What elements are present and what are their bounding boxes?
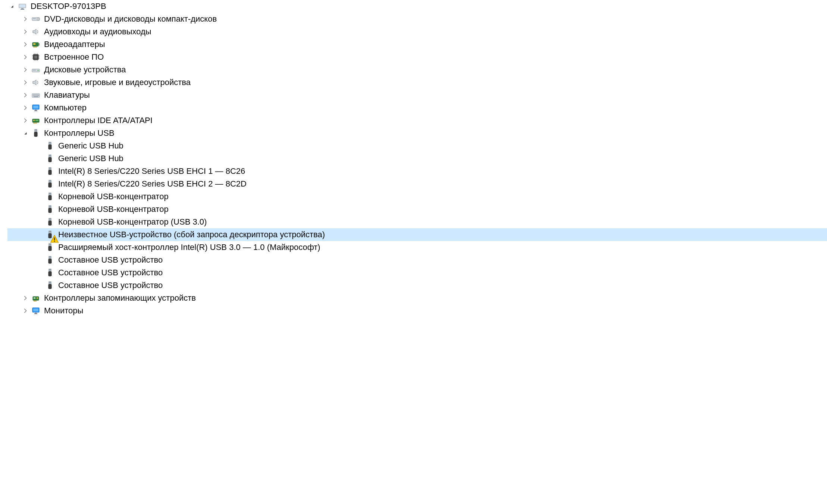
- tree-device[interactable]: Intel(R) 8 Series/C220 Series USB EHCI 1…: [7, 165, 827, 178]
- tree-item-label: Встроенное ПО: [44, 51, 104, 63]
- tree-root[interactable]: DESKTOP-97013PB: [7, 0, 827, 13]
- tree-device[interactable]: Корневой USB-концентратор: [7, 203, 827, 216]
- tree-category[interactable]: Мониторы: [7, 304, 827, 317]
- speaker-icon: [31, 26, 41, 37]
- tree-item-label: Составное USB устройство: [58, 279, 163, 292]
- tree-device[interactable]: Составное USB устройство: [7, 266, 827, 279]
- tree-item-label: Generic USB Hub: [58, 152, 123, 165]
- usb-icon: [45, 217, 55, 227]
- chevron-right-icon[interactable]: [21, 40, 30, 49]
- chevron-right-icon[interactable]: [21, 306, 30, 315]
- tree-category[interactable]: Аудиовходы и аудиовыходы: [7, 25, 827, 38]
- usb-icon: [45, 153, 55, 164]
- tree-device[interactable]: Intel(R) 8 Series/C220 Series USB EHCI 2…: [7, 178, 827, 190]
- tree-item-label: Generic USB Hub: [58, 140, 123, 152]
- display-adapter-icon: [31, 39, 41, 50]
- storage-controller-icon: [31, 293, 41, 303]
- tree-item-label: Неизвестное USB-устройство (сбой запроса…: [58, 228, 325, 241]
- chevron-right-icon[interactable]: [21, 103, 30, 112]
- chevron-right-icon[interactable]: [21, 294, 30, 303]
- tree-category[interactable]: Дисковые устройства: [7, 63, 827, 76]
- tree-device[interactable]: Generic USB Hub: [7, 140, 827, 152]
- usb-icon: [45, 255, 55, 265]
- tree-item-label: Расширяемый хост-контроллер Intel(R) USB…: [58, 241, 320, 254]
- monitor-icon: [31, 103, 41, 113]
- tree-item-label: Компьютер: [44, 101, 87, 114]
- tree-item-label: Видеоадаптеры: [44, 38, 105, 51]
- chevron-right-icon[interactable]: [21, 78, 30, 87]
- chevron-right-icon[interactable]: [21, 27, 30, 36]
- usb-icon: [45, 179, 55, 189]
- tree-item-label: Контроллеры запоминающих устройств: [44, 292, 196, 304]
- chevron-right-icon[interactable]: [21, 91, 30, 100]
- tree-item-label: Составное USB устройство: [58, 254, 163, 266]
- tree-item-label: Контроллеры IDE ATA/ATAPI: [44, 114, 153, 127]
- tree-category[interactable]: Контроллеры запоминающих устройств: [7, 292, 827, 304]
- chevron-right-icon[interactable]: [21, 116, 30, 125]
- tree-device[interactable]: Generic USB Hub: [7, 152, 827, 165]
- usb-icon: [45, 280, 55, 291]
- tree-item-label: Составное USB устройство: [58, 266, 163, 279]
- tree-item-label: Звуковые, игровые и видеоустройства: [44, 76, 191, 89]
- chevron-right-icon[interactable]: [21, 65, 30, 74]
- ide-controller-icon: [31, 115, 41, 126]
- dvd-drive-icon: [31, 14, 41, 24]
- tree-category[interactable]: Клавиатуры: [7, 89, 827, 101]
- tree-item-label: Контроллеры USB: [44, 127, 115, 140]
- tree-item-label: DVD-дисководы и дисководы компакт-дисков: [44, 13, 217, 25]
- firmware-icon: [31, 52, 41, 62]
- device-tree[interactable]: DESKTOP-97013PBDVD-дисководы и дисководы…: [0, 0, 827, 321]
- usb-icon: [45, 191, 55, 202]
- tree-item-label: Мониторы: [44, 304, 83, 317]
- chevron-right-icon[interactable]: [21, 53, 30, 62]
- warning-badge-icon: [50, 235, 56, 241]
- tree-device[interactable]: Неизвестное USB-устройство (сбой запроса…: [7, 228, 827, 241]
- tree-device[interactable]: Составное USB устройство: [7, 254, 827, 266]
- tree-category[interactable]: Видеоадаптеры: [7, 38, 827, 51]
- usb-icon: [45, 242, 55, 253]
- chevron-right-icon[interactable]: [21, 15, 30, 24]
- tree-item-label: Intel(R) 8 Series/C220 Series USB EHCI 2…: [58, 178, 247, 190]
- tree-item-label: Корневой USB-концентратор (USB 3.0): [58, 216, 207, 228]
- disk-drive-icon: [31, 65, 41, 75]
- tree-item-label: Корневой USB-концентратор: [58, 190, 169, 203]
- tree-category[interactable]: DVD-дисководы и дисководы компакт-дисков: [7, 13, 827, 25]
- tree-item-label: Корневой USB-концентратор: [58, 203, 169, 216]
- tree-item-label: Дисковые устройства: [44, 63, 126, 76]
- tree-category[interactable]: Звуковые, игровые и видеоустройства: [7, 76, 827, 89]
- usb-icon: [45, 141, 55, 151]
- tree-item-label: Клавиатуры: [44, 89, 90, 101]
- computer-icon: [17, 1, 28, 12]
- tree-category[interactable]: Компьютер: [7, 101, 827, 114]
- chevron-down-icon[interactable]: [7, 2, 16, 11]
- tree-category[interactable]: Встроенное ПО: [7, 51, 827, 63]
- tree-category[interactable]: Контроллеры USB: [7, 127, 827, 140]
- usb-icon: [45, 229, 55, 240]
- speaker-icon: [31, 77, 41, 88]
- tree-device[interactable]: Составное USB устройство: [7, 279, 827, 292]
- tree-item-label: Аудиовходы и аудиовыходы: [44, 25, 151, 38]
- usb-icon: [45, 267, 55, 278]
- usb-icon: [45, 204, 55, 215]
- monitor-icon: [31, 306, 41, 316]
- tree-item-label: DESKTOP-97013PB: [31, 0, 106, 13]
- tree-item-label: Intel(R) 8 Series/C220 Series USB EHCI 1…: [58, 165, 245, 178]
- keyboard-icon: [31, 90, 41, 100]
- tree-device[interactable]: Корневой USB-концентратор (USB 3.0): [7, 216, 827, 228]
- chevron-down-icon[interactable]: [21, 129, 30, 138]
- tree-device[interactable]: Расширяемый хост-контроллер Intel(R) USB…: [7, 241, 827, 254]
- tree-category[interactable]: Контроллеры IDE ATA/ATAPI: [7, 114, 827, 127]
- usb-icon: [31, 128, 41, 138]
- tree-device[interactable]: Корневой USB-концентратор: [7, 190, 827, 203]
- usb-icon: [45, 166, 55, 176]
